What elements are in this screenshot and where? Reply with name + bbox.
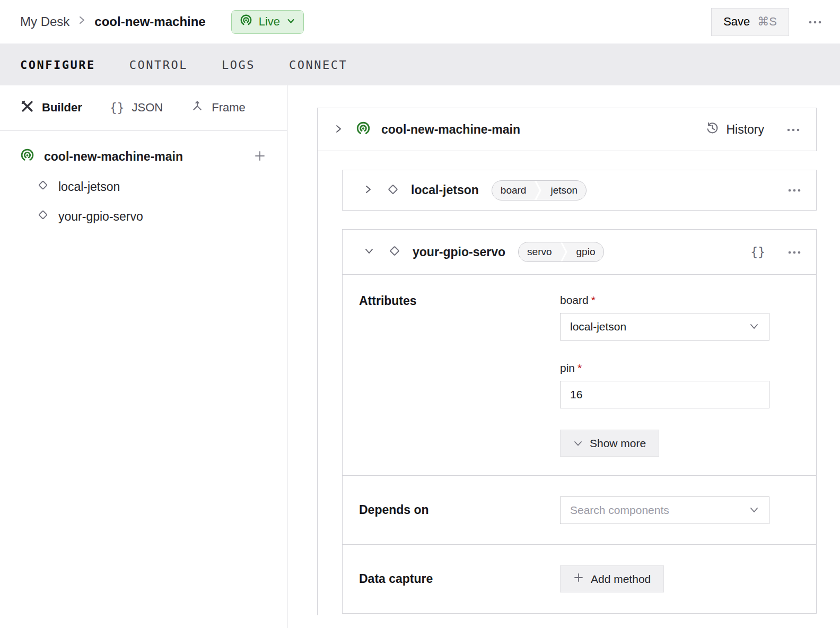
component-diamond-icon bbox=[386, 182, 400, 199]
app-header: My Desk cool-new-machine Live Save ⌘S bbox=[0, 0, 840, 44]
view-tab-builder-label: Builder bbox=[42, 101, 82, 115]
component-type: servo bbox=[519, 246, 560, 258]
component-overflow-menu-button[interactable] bbox=[785, 184, 803, 196]
component-type: board bbox=[492, 185, 535, 196]
badge-divider-chevron bbox=[535, 180, 542, 200]
view-tab-builder[interactable]: Builder bbox=[20, 99, 82, 117]
ellipsis-icon bbox=[786, 126, 800, 134]
machine-part-tree: cool-new-machine-main local-jetson your-… bbox=[0, 130, 287, 231]
edit-json-button[interactable]: {} bbox=[748, 243, 767, 261]
tree-child-label: local-jetson bbox=[58, 180, 120, 194]
expand-component-button[interactable] bbox=[362, 182, 375, 198]
component-name: local-jetson bbox=[411, 183, 479, 197]
data-capture-label: Data capture bbox=[359, 572, 560, 586]
component-card-header: your-gpio-servo servo gpio {} bbox=[343, 230, 816, 274]
breadcrumb: My Desk cool-new-machine bbox=[20, 14, 206, 29]
machine-card-actions: History bbox=[705, 121, 802, 138]
required-marker: * bbox=[578, 362, 582, 374]
tab-connect[interactable]: CONNECT bbox=[289, 58, 347, 72]
breadcrumb-parent[interactable]: My Desk bbox=[20, 14, 69, 29]
add-method-label: Add method bbox=[591, 573, 651, 586]
view-tab-frame-label: Frame bbox=[212, 101, 246, 115]
board-field-label: board* bbox=[560, 294, 769, 307]
board-select[interactable]: local-jetson bbox=[560, 313, 769, 341]
braces-icon: {} bbox=[110, 101, 125, 115]
component-type-badge: servo gpio bbox=[518, 242, 604, 262]
ellipsis-icon bbox=[788, 186, 801, 194]
expand-machine-card-button[interactable] bbox=[332, 121, 345, 138]
viam-signal-icon bbox=[240, 14, 252, 30]
save-button[interactable]: Save ⌘S bbox=[711, 8, 789, 36]
tab-control[interactable]: CONTROL bbox=[129, 58, 188, 72]
header-overflow-menu-button[interactable] bbox=[806, 16, 824, 28]
chevron-down-icon bbox=[573, 437, 583, 450]
component-diamond-icon bbox=[36, 208, 50, 225]
machine-status-dropdown[interactable]: Live bbox=[231, 10, 304, 34]
collapse-component-button[interactable] bbox=[362, 245, 377, 259]
breadcrumb-current: cool-new-machine bbox=[94, 14, 205, 29]
history-clock-icon bbox=[705, 121, 720, 138]
component-diamond-icon bbox=[36, 178, 50, 195]
chevron-right-icon bbox=[334, 124, 343, 136]
data-capture-section: Data capture Add method bbox=[343, 544, 816, 613]
save-button-label: Save bbox=[723, 15, 750, 29]
component-overflow-menu-button[interactable] bbox=[785, 246, 803, 258]
depends-on-section: Depends on bbox=[343, 475, 816, 544]
tree-connector-line bbox=[317, 151, 318, 615]
tree-root-label: cool-new-machine-main bbox=[44, 150, 183, 164]
config-sidebar: Builder {} JSON Frame bbox=[0, 85, 287, 628]
component-card-local-jetson: local-jetson board jetson bbox=[342, 170, 817, 211]
plus-icon bbox=[254, 150, 266, 163]
add-method-button[interactable]: Add method bbox=[560, 565, 664, 592]
ellipsis-icon bbox=[788, 248, 801, 256]
board-select-value: local-jetson bbox=[570, 320, 626, 333]
braces-icon: {} bbox=[750, 245, 765, 259]
pin-field-label: pin* bbox=[560, 362, 769, 374]
machine-overflow-menu-button[interactable] bbox=[784, 124, 802, 136]
chevron-down-icon bbox=[749, 320, 759, 333]
attributes-section: Attributes board* local-jetson pin bbox=[343, 274, 816, 475]
attributes-section-label: Attributes bbox=[359, 294, 560, 457]
view-tab-frame[interactable]: Frame bbox=[190, 99, 246, 116]
tab-logs[interactable]: LOGS bbox=[222, 58, 255, 72]
component-card-header: local-jetson board jetson bbox=[343, 170, 816, 210]
add-component-button[interactable] bbox=[252, 148, 268, 165]
machine-main-title: cool-new-machine-main bbox=[381, 123, 520, 137]
badge-divider-chevron bbox=[561, 242, 568, 262]
component-model: jetson bbox=[542, 185, 586, 196]
builder-tools-icon bbox=[20, 99, 34, 117]
view-tab-json-label: JSON bbox=[132, 101, 163, 115]
config-main-panel: cool-new-machine-main History bbox=[287, 85, 840, 628]
depends-search-input[interactable] bbox=[570, 504, 749, 517]
required-marker: * bbox=[591, 294, 596, 306]
main-nav-tabbar: CONFIGURE CONTROL LOGS CONNECT bbox=[0, 44, 840, 85]
machine-main-card: cool-new-machine-main History bbox=[317, 108, 817, 151]
tree-item-your-gpio-servo[interactable]: your-gpio-servo bbox=[0, 202, 287, 231]
ellipsis-icon bbox=[808, 18, 822, 26]
component-name: your-gpio-servo bbox=[413, 245, 505, 259]
component-diamond-icon bbox=[387, 243, 402, 260]
viam-signal-icon bbox=[356, 121, 371, 138]
save-shortcut-hint: ⌘S bbox=[757, 15, 777, 29]
component-card-your-gpio-servo: your-gpio-servo servo gpio {} bbox=[342, 229, 817, 614]
show-more-button[interactable]: Show more bbox=[560, 430, 659, 457]
config-view-tabs: Builder {} JSON Frame bbox=[0, 85, 287, 130]
chevron-right-icon bbox=[364, 184, 373, 196]
pin-input[interactable] bbox=[560, 381, 769, 408]
show-more-label: Show more bbox=[590, 437, 646, 450]
tree-item-machine-main[interactable]: cool-new-machine-main bbox=[0, 141, 287, 172]
frame-axes-icon bbox=[190, 99, 204, 116]
chevron-down-icon bbox=[749, 504, 759, 517]
tree-item-local-jetson[interactable]: local-jetson bbox=[0, 172, 287, 202]
tree-child-label: your-gpio-servo bbox=[58, 210, 143, 224]
component-type-badge: board jetson bbox=[492, 180, 587, 200]
chevron-down-icon bbox=[286, 15, 295, 29]
depends-on-label: Depends on bbox=[359, 503, 560, 517]
history-button[interactable]: History bbox=[705, 121, 764, 138]
tab-configure[interactable]: CONFIGURE bbox=[20, 58, 95, 72]
chevron-down-icon bbox=[364, 247, 374, 257]
depends-on-select[interactable] bbox=[560, 496, 769, 524]
history-button-label: History bbox=[726, 123, 764, 137]
chevron-right-icon bbox=[78, 14, 86, 29]
view-tab-json[interactable]: {} JSON bbox=[110, 101, 163, 115]
